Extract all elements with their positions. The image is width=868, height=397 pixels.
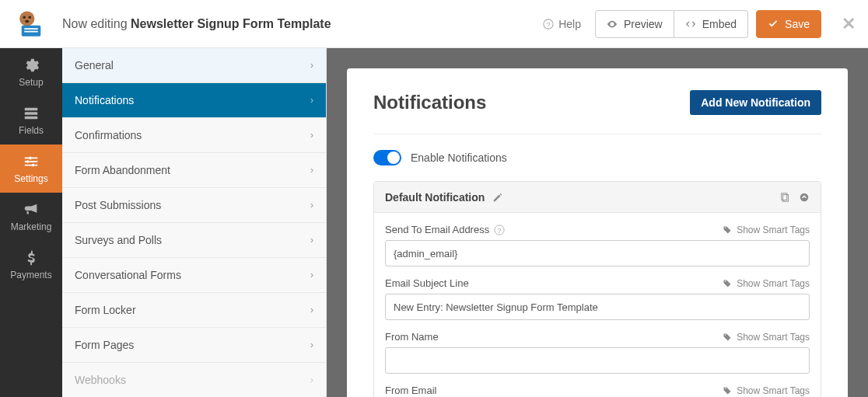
dollar-icon	[23, 249, 40, 266]
subnav-item-post-submissions[interactable]: Post Submissions›	[62, 188, 326, 223]
save-button[interactable]: Save	[756, 10, 821, 38]
sidebar-item-fields[interactable]: Fields	[0, 96, 62, 145]
subnav-item-conversational-forms[interactable]: Conversational Forms›	[62, 258, 326, 293]
chevron-right-icon: ›	[310, 130, 313, 141]
add-new-notification-button[interactable]: Add New Notification	[690, 90, 821, 115]
send-to-email-input[interactable]	[385, 240, 810, 266]
notification-title: Default Notification	[385, 191, 485, 204]
svg-text:?: ?	[498, 226, 502, 234]
enable-notifications-toggle[interactable]	[373, 150, 401, 165]
check-icon	[768, 19, 779, 30]
svg-point-0	[19, 11, 34, 26]
svg-point-3	[25, 19, 29, 23]
help-icon[interactable]: ?	[494, 225, 505, 235]
collapse-icon[interactable]	[799, 192, 810, 203]
svg-rect-10	[25, 112, 38, 115]
svg-rect-5	[24, 28, 38, 30]
from-name-input[interactable]	[385, 347, 810, 374]
chevron-right-icon: ›	[310, 165, 313, 176]
subnav-item-form-locker[interactable]: Form Locker›	[62, 293, 326, 328]
fields-icon	[23, 105, 40, 122]
embed-button[interactable]: Embed	[674, 10, 748, 38]
sidebar-item-marketing[interactable]: Marketing	[0, 193, 62, 241]
help-link[interactable]: ? Help	[543, 18, 581, 30]
chevron-right-icon: ›	[310, 270, 313, 280]
chevron-right-icon: ›	[310, 60, 313, 71]
chevron-right-icon: ›	[310, 235, 313, 246]
sidebar-item-settings[interactable]: Settings	[0, 145, 62, 193]
chevron-right-icon: ›	[310, 374, 313, 385]
svg-point-1	[23, 16, 26, 19]
email-subject-input[interactable]	[385, 294, 810, 320]
show-smart-tags-link[interactable]: Show Smart Tags	[723, 278, 810, 289]
copy-icon[interactable]	[780, 192, 791, 203]
show-smart-tags-link[interactable]: Show Smart Tags	[723, 332, 810, 343]
tag-icon	[723, 333, 732, 342]
show-smart-tags-link[interactable]: Show Smart Tags	[723, 225, 810, 235]
page-title: Now editing Newsletter Signup Form Templ…	[62, 17, 543, 31]
subnav-item-confirmations[interactable]: Confirmations›	[62, 118, 326, 153]
help-icon: ?	[543, 19, 554, 30]
panel-heading: Notifications	[373, 92, 486, 113]
svg-point-17	[800, 193, 809, 201]
app-logo	[0, 0, 62, 48]
field-label-from-name: From Name	[385, 331, 439, 343]
svg-rect-6	[24, 30, 38, 32]
tag-icon	[723, 225, 732, 235]
sidebar-item-setup[interactable]: Setup	[0, 48, 62, 96]
subnav-item-surveys-and-polls[interactable]: Surveys and Polls›	[62, 223, 326, 258]
svg-point-12	[29, 157, 32, 160]
code-icon	[685, 19, 696, 30]
field-label-send-to: Send To Email Address	[385, 224, 489, 235]
show-smart-tags-link[interactable]: Show Smart Tags	[723, 385, 810, 396]
sliders-icon	[23, 153, 40, 170]
gear-icon	[23, 57, 40, 74]
chevron-right-icon: ›	[310, 305, 313, 315]
chevron-right-icon: ›	[310, 340, 313, 350]
field-label-from-email: From Email	[385, 385, 436, 396]
close-icon[interactable]: ✕	[842, 14, 856, 34]
pencil-icon[interactable]	[492, 192, 503, 203]
subnav-item-general[interactable]: General›	[62, 48, 326, 83]
tag-icon	[723, 386, 732, 395]
svg-rect-11	[25, 117, 38, 120]
svg-point-2	[29, 16, 32, 19]
sidebar-item-payments[interactable]: Payments	[0, 241, 62, 289]
tag-icon	[723, 279, 732, 288]
preview-button[interactable]: Preview	[595, 10, 674, 38]
svg-point-13	[26, 160, 30, 163]
field-label-subject: Email Subject Line	[385, 277, 469, 289]
svg-point-14	[32, 164, 35, 167]
chevron-right-icon: ›	[310, 200, 313, 211]
subnav-item-form-abandonment[interactable]: Form Abandonment›	[62, 153, 326, 188]
subnav-item-form-pages[interactable]: Form Pages›	[62, 328, 326, 363]
eye-icon	[607, 19, 618, 30]
bullhorn-icon	[23, 201, 40, 218]
chevron-right-icon: ›	[310, 95, 313, 106]
svg-rect-9	[25, 108, 38, 111]
subnav-item-webhooks[interactable]: Webhooks›	[62, 363, 326, 397]
subnav-item-notifications[interactable]: Notifications›	[62, 83, 326, 118]
svg-text:?: ?	[547, 20, 551, 28]
enable-notifications-label: Enable Notifications	[411, 151, 507, 164]
